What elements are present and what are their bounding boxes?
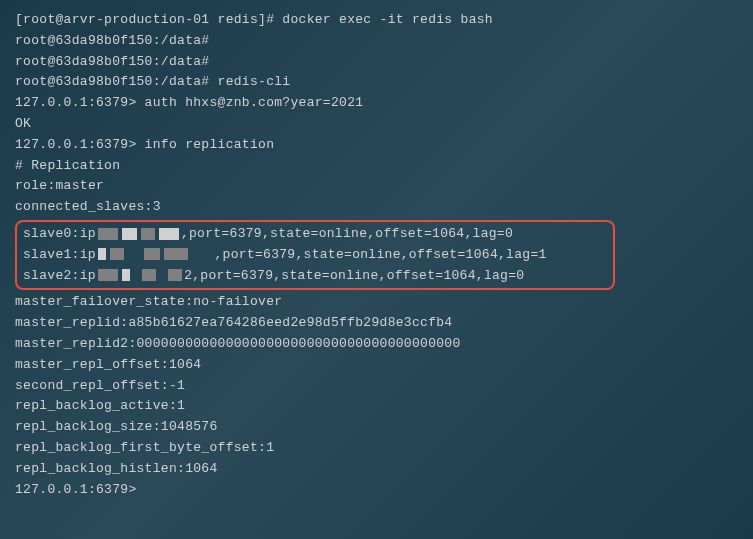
- redacted-ip: [110, 248, 124, 260]
- slave2-line: slave2:ip 2,port=6379,state=online,offse…: [23, 266, 607, 287]
- info-replication-command: 127.0.0.1:6379> info replication: [15, 135, 738, 156]
- repl-backlog-histlen: repl_backlog_histlen:1064: [15, 459, 738, 480]
- redacted-ip: [98, 248, 106, 260]
- redacted-ip: [159, 228, 179, 240]
- slave0-suffix: ,port=6379,state=online,offset=1064,lag=…: [181, 226, 513, 241]
- repl-backlog-size: repl_backlog_size:1048576: [15, 417, 738, 438]
- repl-backlog-active: repl_backlog_active:1: [15, 396, 738, 417]
- redacted-ip: [98, 269, 118, 281]
- redacted-ip: [122, 228, 137, 240]
- redacted-ip: [122, 269, 130, 281]
- container-prompt: root@63da98b0f150:/data#: [15, 31, 738, 52]
- container-prompt: root@63da98b0f150:/data#: [15, 52, 738, 73]
- master-replid2: master_replid2:0000000000000000000000000…: [15, 334, 738, 355]
- redacted-ip: [98, 228, 118, 240]
- slave2-suffix: 2,port=6379,state=online,offset=1064,lag…: [184, 268, 524, 283]
- role-line: role:master: [15, 176, 738, 197]
- second-repl-offset: second_repl_offset:-1: [15, 376, 738, 397]
- connected-slaves-line: connected_slaves:3: [15, 197, 738, 218]
- replication-header: # Replication: [15, 156, 738, 177]
- slave1-line: slave1:ip ,port=6379,state=online,offset…: [23, 245, 607, 266]
- slave0-line: slave0:ip,port=6379,state=online,offset=…: [23, 224, 607, 245]
- slave2-prefix: slave2:ip: [23, 268, 96, 283]
- redacted-ip: [141, 228, 155, 240]
- redacted-ip: [144, 248, 160, 260]
- slaves-highlight-box: slave0:ip,port=6379,state=online,offset=…: [15, 220, 615, 290]
- redacted-ip: [142, 269, 156, 281]
- auth-command: 127.0.0.1:6379> auth hhxs@znb.com?year=2…: [15, 93, 738, 114]
- slave1-prefix: slave1:ip: [23, 247, 96, 262]
- shell-prompt-line: [root@arvr-production-01 redis]# docker …: [15, 10, 738, 31]
- master-failover-state: master_failover_state:no-failover: [15, 292, 738, 313]
- redacted-ip: [164, 248, 188, 260]
- redis-prompt[interactable]: 127.0.0.1:6379>: [15, 480, 738, 501]
- redis-cli-command: root@63da98b0f150:/data# redis-cli: [15, 72, 738, 93]
- repl-backlog-first-byte-offset: repl_backlog_first_byte_offset:1: [15, 438, 738, 459]
- redacted-ip: [168, 269, 182, 281]
- slave1-suffix: ,port=6379,state=online,offset=1064,lag=…: [214, 247, 546, 262]
- master-replid: master_replid:a85b61627ea764286eed2e98d5…: [15, 313, 738, 334]
- slave0-prefix: slave0:ip: [23, 226, 96, 241]
- master-repl-offset: master_repl_offset:1064: [15, 355, 738, 376]
- auth-response: OK: [15, 114, 738, 135]
